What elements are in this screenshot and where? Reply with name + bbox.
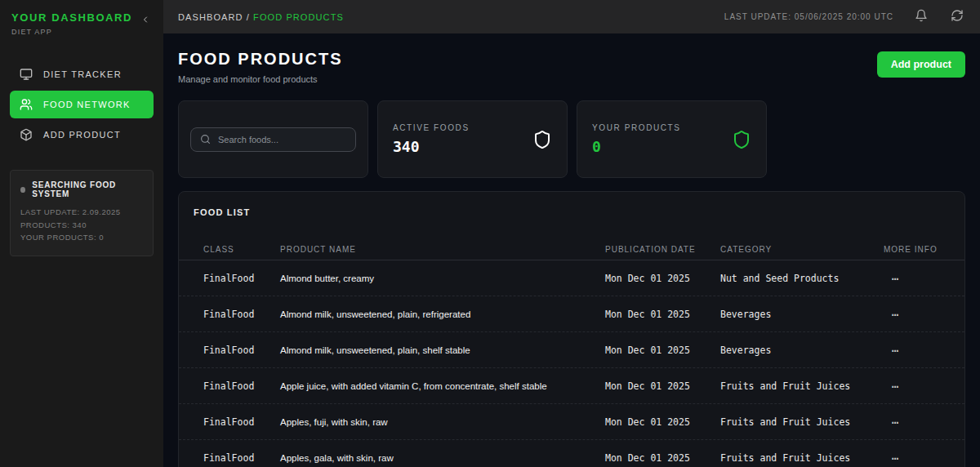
sidebar-title-block: YOUR DASHBOARD DIET APP [11, 11, 132, 36]
table-row: FinalFood Almond milk, unsweetened, plai… [179, 296, 964, 332]
cell-category: Nut and Seed Products [720, 273, 884, 284]
breadcrumb: DASHBOARD / FOOD PRODUCTS [178, 12, 344, 22]
cell-publication-date: Mon Dec 01 2025 [605, 416, 720, 428]
more-info-button[interactable]: ⋯ [884, 451, 940, 465]
status-products-count: PRODUCTS: 340 [20, 219, 143, 232]
sidebar-item-label: FOOD NETWORK [43, 100, 131, 109]
cell-publication-date: Mon Dec 01 2025 [605, 345, 720, 356]
table-body: FinalFood Almond butter, creamy Mon Dec … [179, 260, 964, 467]
cell-publication-date: Mon Dec 01 2025 [605, 452, 720, 464]
topbar: DASHBOARD / FOOD PRODUCTS LAST UPDATE: 0… [163, 0, 980, 33]
more-info-button[interactable]: ⋯ [884, 416, 940, 429]
table-row: FinalFood Apple juice, with added vitami… [179, 368, 964, 404]
add-product-button[interactable]: Add product [877, 51, 965, 78]
cell-class: FinalFood [203, 345, 280, 356]
active-foods-label: ACTIVE FOODS [393, 123, 470, 132]
more-info-button[interactable]: ⋯ [884, 344, 940, 357]
sidebar-item-diet-tracker[interactable]: DIET TRACKER [10, 60, 154, 88]
column-header-more-info: MORE INFO [884, 245, 940, 254]
cell-category: Beverages [720, 345, 884, 356]
cell-product-name: Apple juice, with added vitamin C, from … [280, 381, 605, 391]
search-box[interactable] [190, 127, 356, 152]
active-foods-value: 340 [393, 138, 470, 155]
app-title: YOUR DASHBOARD [11, 11, 132, 24]
column-header-category: CATEGORY [720, 245, 884, 254]
refresh-icon [951, 9, 964, 24]
active-foods-card: ACTIVE FOODS 340 [377, 100, 568, 178]
search-icon [200, 134, 211, 145]
status-title: SEARCHING FOOD SYSTEM [32, 180, 143, 198]
your-products-text: YOUR PRODUCTS 0 [592, 123, 681, 155]
your-products-label: YOUR PRODUCTS [592, 123, 681, 132]
last-update-label: LAST UPDATE: 05/06/2025 20:00 UTC [724, 12, 893, 21]
refresh-button[interactable] [949, 7, 965, 26]
more-info-button[interactable]: ⋯ [884, 308, 940, 321]
shield-icon [532, 130, 552, 149]
table-row: FinalFood Apples, fuji, with skin, raw M… [179, 404, 964, 440]
cell-publication-date: Mon Dec 01 2025 [605, 309, 720, 320]
sidebar: YOUR DASHBOARD DIET APP DIET TRACKER FOO… [0, 0, 163, 467]
sidebar-header: YOUR DASHBOARD DIET APP [10, 11, 154, 36]
stat-cards-row: ACTIVE FOODS 340 YOUR PRODUCTS 0 [178, 100, 965, 178]
column-header-publication-date: PUBLICATION DATE [605, 245, 720, 254]
main-content: FOOD PRODUCTS Manage and monitor food pr… [163, 33, 980, 467]
your-products-card: YOUR PRODUCTS 0 [577, 100, 767, 178]
more-info-button[interactable]: ⋯ [884, 380, 940, 393]
status-dot-icon [20, 187, 25, 193]
app-subtitle: DIET APP [11, 28, 132, 36]
sidebar-collapse-button[interactable] [139, 13, 152, 29]
cell-product-name: Apples, fuji, with skin, raw [280, 417, 605, 427]
cell-category: Fruits and Fruit Juices [720, 452, 884, 464]
page-title-block: FOOD PRODUCTS Manage and monitor food pr… [178, 50, 343, 84]
cell-class: FinalFood [203, 380, 280, 392]
system-status-card: SEARCHING FOOD SYSTEM LAST UPDATE: 2.09.… [10, 170, 154, 256]
cell-class: FinalFood [203, 309, 280, 320]
cell-publication-date: Mon Dec 01 2025 [605, 273, 720, 284]
sidebar-item-label: DIET TRACKER [43, 69, 122, 79]
page-title: FOOD PRODUCTS [178, 50, 343, 69]
more-info-button[interactable]: ⋯ [884, 272, 940, 285]
sidebar-nav: DIET TRACKER FOOD NETWORK ADD PRODUCT [10, 60, 154, 149]
search-card [178, 100, 368, 178]
your-products-value: 0 [592, 138, 681, 155]
shield-icon [732, 130, 751, 149]
breadcrumb-current: FOOD PRODUCTS [253, 12, 344, 22]
food-list-panel: FOOD LIST CLASS PRODUCT NAME PUBLICATION… [178, 191, 965, 467]
cell-product-name: Almond butter, creamy [280, 274, 605, 283]
cell-category: Fruits and Fruit Juices [720, 416, 884, 428]
cell-class: FinalFood [203, 416, 280, 428]
food-list-title: FOOD LIST [194, 207, 964, 217]
notifications-button[interactable] [913, 7, 929, 26]
chevron-left-icon [140, 15, 150, 27]
cell-product-name: Apples, gala, with skin, raw [280, 453, 605, 463]
sidebar-item-label: ADD PRODUCT [43, 130, 121, 140]
cell-category: Fruits and Fruit Juices [720, 380, 884, 392]
status-details: LAST UPDATE: 2.09.2025 PRODUCTS: 340 YOU… [20, 206, 143, 244]
cell-class: FinalFood [203, 273, 280, 284]
bell-icon [915, 9, 928, 24]
cell-publication-date: Mon Dec 01 2025 [605, 380, 720, 392]
cell-product-name: Almond milk, unsweetened, plain, shelf s… [280, 345, 605, 355]
status-your-products-count: YOUR PRODUCTS: 0 [20, 231, 143, 244]
status-title-row: SEARCHING FOOD SYSTEM [20, 180, 143, 198]
table-row: FinalFood Almond butter, creamy Mon Dec … [179, 260, 964, 296]
sidebar-item-add-product[interactable]: ADD PRODUCT [10, 121, 154, 149]
column-header-class: CLASS [203, 245, 280, 254]
page-subtitle: Manage and monitor food products [178, 74, 343, 84]
package-icon [20, 128, 33, 141]
table-header-row: CLASS PRODUCT NAME PUBLICATION DATE CATE… [179, 239, 964, 260]
topbar-right: LAST UPDATE: 05/06/2025 20:00 UTC [724, 7, 965, 26]
column-header-product-name: PRODUCT NAME [280, 245, 605, 254]
table-row: FinalFood Apples, gala, with skin, raw M… [179, 440, 964, 467]
breadcrumb-root[interactable]: DASHBOARD / [178, 12, 253, 22]
cell-category: Beverages [720, 309, 884, 320]
page-header: FOOD PRODUCTS Manage and monitor food pr… [178, 50, 965, 84]
status-last-update: LAST UPDATE: 2.09.2025 [20, 206, 143, 219]
table-row: FinalFood Almond milk, unsweetened, plai… [179, 332, 964, 368]
monitor-icon [20, 68, 33, 81]
users-icon [20, 98, 33, 111]
sidebar-item-food-network[interactable]: FOOD NETWORK [10, 91, 154, 118]
active-foods-text: ACTIVE FOODS 340 [393, 123, 470, 155]
search-input[interactable] [218, 135, 346, 145]
cell-product-name: Almond milk, unsweetened, plain, refrige… [280, 309, 605, 319]
